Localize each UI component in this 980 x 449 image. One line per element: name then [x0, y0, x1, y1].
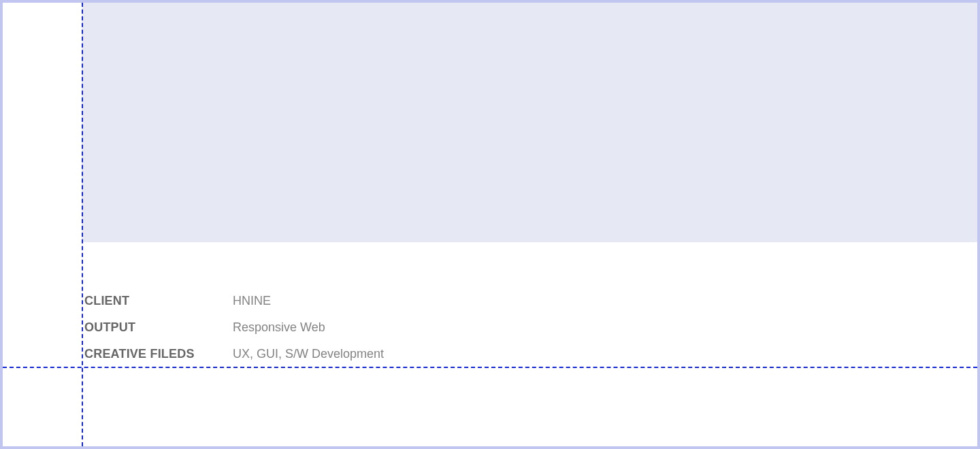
- output-label: OUTPUT: [84, 320, 233, 335]
- creative-fields-label: CREATIVE FILEDS: [84, 347, 233, 361]
- output-value: Responsive Web: [233, 320, 325, 335]
- info-row-client: CLIENT HNINE: [84, 294, 966, 308]
- info-row-output: OUTPUT Responsive Web: [84, 320, 966, 335]
- client-value: HNINE: [233, 294, 271, 308]
- content-placeholder-area: [82, 3, 977, 242]
- info-row-creative-fields: CREATIVE FILEDS UX, GUI, S/W Development: [84, 347, 966, 361]
- client-label: CLIENT: [84, 294, 233, 308]
- creative-fields-value: UX, GUI, S/W Development: [233, 347, 384, 361]
- project-info-section: CLIENT HNINE OUTPUT Responsive Web CREAT…: [84, 294, 966, 373]
